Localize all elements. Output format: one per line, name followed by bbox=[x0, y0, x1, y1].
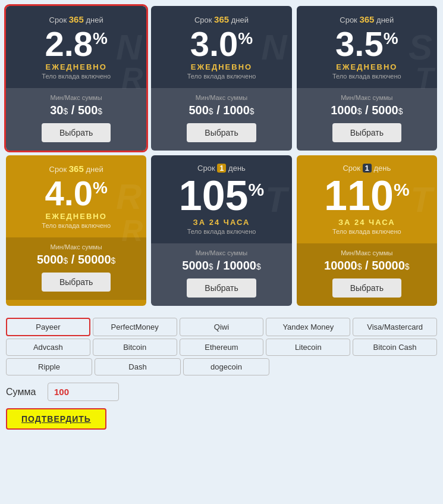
plan-select-btn-6[interactable]: Выбрать bbox=[332, 278, 401, 298]
plan-freq-3: ЕЖЕДНЕВНО bbox=[306, 62, 428, 71]
payment-row2: Advcash Bitcoin Ethereum Litecoin Bitcoi… bbox=[6, 339, 437, 356]
payment-btn-ripple[interactable]: Ripple bbox=[6, 358, 92, 375]
plan-bottom-5: Мин/Макс суммы 5000$ / 10000$ Выбрать bbox=[151, 243, 291, 306]
plan-top-2: N Срок 365 дней 3.0% ЕЖЕДНЕВНО Тело вкла… bbox=[151, 6, 291, 88]
plan-minmax-value-2: 500$ / 1000$ bbox=[161, 104, 282, 117]
payment-btn-payeer[interactable]: Payeer bbox=[6, 318, 90, 336]
plan-card-5: T Срок 1 день 105% ЗА 24 ЧАСА Тело вклад… bbox=[151, 155, 291, 306]
plan-bodytext-3: Тело вклада включено bbox=[306, 73, 428, 80]
payment-btn-perfectmoney[interactable]: PerfectMoney bbox=[93, 318, 177, 336]
plan-bottom-4: R Мин/Макс суммы 5000$ / 50000$ Выбрать bbox=[6, 237, 146, 300]
plan-select-btn-3[interactable]: Выбрать bbox=[332, 123, 401, 142]
plan-bodytext-4: Тело вклада включено bbox=[15, 222, 137, 229]
payment-btn-dogecoin[interactable]: dogecoin bbox=[183, 358, 269, 375]
plan-term-6: Срок 1 день bbox=[306, 164, 428, 173]
plan-minmax-value-4: 5000$ / 50000$ bbox=[15, 253, 137, 267]
plan-minmax-label-4: Мин/Макс суммы bbox=[15, 243, 137, 251]
plan-card-2: N Срок 365 дней 3.0% ЕЖЕДНЕВНО Тело вкла… bbox=[151, 6, 291, 151]
plan-rate-5: 105% bbox=[161, 175, 282, 217]
plan-minmax-label-2: Мин/Макс суммы bbox=[161, 94, 282, 101]
plan-top-3: S Срок 365 дней 3.5% ЕЖЕДНЕВНО Тело вкла… bbox=[297, 6, 437, 88]
plan-bottom-3: T Мин/Макс суммы 1000$ / 5000$ Выбрать bbox=[297, 88, 437, 151]
plan-minmax-label-3: Мин/Макс суммы bbox=[306, 94, 428, 101]
amount-input[interactable] bbox=[48, 383, 119, 401]
plan-minmax-label-5: Мин/Макс суммы bbox=[161, 249, 282, 256]
payment-btn-yandexmoney[interactable]: Yandex Money bbox=[266, 318, 350, 336]
plan-select-btn-1[interactable]: Выбрать bbox=[42, 123, 111, 142]
plan-bottom-6: Мин/Макс суммы 10000$ / 50000$ Выбрать bbox=[297, 243, 437, 306]
payment-row1: Payeer PerfectMoney Qiwi Yandex Money Vi… bbox=[6, 318, 437, 336]
plan-freq-2: ЕЖЕДНЕВНО bbox=[161, 62, 282, 71]
plan-freq-5: ЗА 24 ЧАСА bbox=[161, 218, 282, 227]
plan-minmax-value-1: 30$ / 500$ bbox=[15, 104, 137, 117]
plan-card-4: R Срок 365 дней 4.0% ЕЖЕДНЕВНО Тело вкла… bbox=[6, 155, 146, 306]
payment-btn-advcash[interactable]: Advcash bbox=[6, 339, 90, 356]
plan-top-5: T Срок 1 день 105% ЗА 24 ЧАСА Тело вклад… bbox=[151, 155, 291, 243]
plan-term-5: Срок 1 день bbox=[161, 164, 282, 173]
plan-top-1: N Срок 365 дней 2.8% ЕЖЕДНЕВНО Тело вкла… bbox=[6, 6, 146, 88]
confirm-button[interactable]: ПОДТВЕРДИТЬ bbox=[6, 408, 106, 430]
plan-card-3: S Срок 365 дней 3.5% ЕЖЕДНЕВНО Тело вкла… bbox=[297, 6, 437, 151]
payment-btn-ethereum[interactable]: Ethereum bbox=[180, 339, 264, 356]
plan-select-btn-5[interactable]: Выбрать bbox=[187, 278, 256, 298]
payment-btn-litecoin[interactable]: Litecoin bbox=[266, 339, 350, 356]
plan-minmax-label-6: Мин/Макс суммы bbox=[306, 249, 428, 256]
plan-term-1: Срок 365 дней bbox=[15, 14, 137, 24]
plan-minmax-value-6: 10000$ / 50000$ bbox=[306, 259, 428, 273]
plans-grid: N Срок 365 дней 2.8% ЕЖЕДНЕВНО Тело вкла… bbox=[6, 6, 437, 306]
plan-top-6: T Срок 1 день 110% ЗА 24 ЧАСА Тело вклад… bbox=[297, 155, 437, 243]
payment-btn-visa[interactable]: Visa/Mastercard bbox=[353, 318, 437, 336]
amount-label: Сумма bbox=[6, 387, 42, 397]
amount-row: Сумма bbox=[6, 383, 437, 401]
plan-bottom-2: Мин/Макс суммы 500$ / 1000$ Выбрать bbox=[151, 88, 291, 151]
plan-bodytext-1: Тело вклада включено bbox=[15, 73, 137, 80]
plan-select-btn-2[interactable]: Выбрать bbox=[187, 123, 256, 142]
plan-top-4: R Срок 365 дней 4.0% ЕЖЕДНЕВНО Тело вкла… bbox=[6, 155, 146, 237]
plan-rate-6: 110% bbox=[306, 175, 428, 217]
plan-bottom-1: R Мин/Макс суммы 30$ / 500$ Выбрать bbox=[6, 88, 146, 151]
plan-freq-1: ЕЖЕДНЕВНО bbox=[15, 62, 137, 71]
plan-select-btn-4[interactable]: Выбрать bbox=[42, 273, 111, 292]
plan-freq-6: ЗА 24 ЧАСА bbox=[306, 218, 428, 227]
plan-minmax-value-5: 5000$ / 10000$ bbox=[161, 259, 282, 273]
plan-rate-2: 3.0% bbox=[161, 27, 282, 61]
plan-card-1: N Срок 365 дней 2.8% ЕЖЕДНЕВНО Тело вкла… bbox=[6, 6, 146, 151]
plan-rate-3: 3.5% bbox=[306, 27, 428, 61]
payment-btn-bitcoincash[interactable]: Bitcoin Cash bbox=[353, 339, 437, 356]
plan-minmax-label-1: Мин/Макс суммы bbox=[15, 94, 137, 101]
plan-rate-1: 2.8% bbox=[15, 27, 137, 61]
plan-bodytext-5: Тело вклада включено bbox=[161, 228, 282, 235]
plan-term-4: Срок 365 дней bbox=[15, 164, 137, 174]
payment-btn-bitcoin[interactable]: Bitcoin bbox=[93, 339, 177, 356]
plan-card-6: T Срок 1 день 110% ЗА 24 ЧАСА Тело вклад… bbox=[297, 155, 437, 306]
plan-term-2: Срок 365 дней bbox=[161, 14, 282, 24]
plan-term-3: Срок 365 дней bbox=[306, 14, 428, 24]
payment-btn-dash[interactable]: Dash bbox=[95, 358, 181, 375]
payment-btn-qiwi[interactable]: Qiwi bbox=[180, 318, 264, 336]
plan-bodytext-2: Тело вклада включено bbox=[161, 73, 282, 80]
plan-minmax-value-3: 1000$ / 5000$ bbox=[306, 104, 428, 117]
plan-rate-4: 4.0% bbox=[15, 176, 137, 211]
plan-freq-4: ЕЖЕДНЕВНО bbox=[15, 212, 137, 221]
payment-row3: Ripple Dash dogecoin bbox=[6, 358, 269, 375]
plan-bodytext-6: Тело вклада включено bbox=[306, 228, 428, 235]
payment-section: Payeer PerfectMoney Qiwi Yandex Money Vi… bbox=[6, 313, 437, 434]
